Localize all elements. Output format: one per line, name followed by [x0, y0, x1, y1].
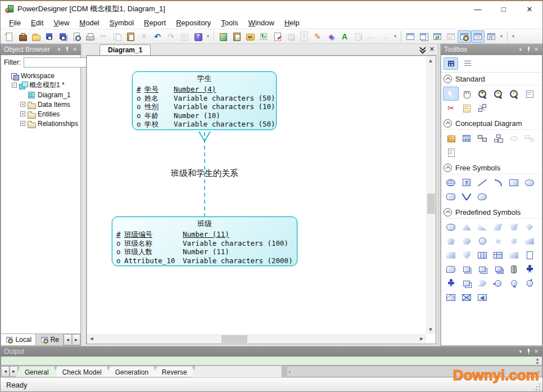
toolbar-button[interactable] [43, 30, 56, 43]
menu-view[interactable]: View [48, 17, 74, 28]
grid-view-icon[interactable] [444, 57, 458, 70]
canvas-horizontal-scrollbar[interactable]: ◄ ► [87, 334, 426, 343]
collapse-section-icon[interactable] [444, 208, 452, 217]
tree-expander-icon[interactable] [20, 92, 25, 97]
scroll-up-icon[interactable]: ▲ [426, 56, 435, 65]
toolbar-button[interactable] [230, 30, 243, 43]
toolbox-tool[interactable] [474, 290, 490, 304]
toolbar-button[interactable] [216, 30, 230, 43]
toolbar-overflow-icon[interactable]: ▾ [498, 31, 505, 42]
menu-tools[interactable]: Tools [216, 17, 243, 28]
tree-item[interactable]: Diagram_1 [1, 90, 80, 100]
output-tab-scroll-left-icon[interactable]: ◄ [1, 366, 10, 377]
entity-student[interactable]: 学生 # 学号 Number (4) o [132, 71, 277, 130]
tree-expander-icon[interactable]: + [20, 121, 25, 126]
section-predefined-symbols[interactable]: Predefined Symbols [441, 206, 542, 219]
output-tab[interactable]: General [16, 366, 58, 377]
toolbox-tool[interactable] [490, 175, 506, 190]
panel-pin-icon[interactable] [63, 46, 71, 53]
toolbox-tool[interactable] [474, 87, 490, 101]
panel-menu-dropdown-icon[interactable]: ▾ [517, 348, 524, 355]
toolbox-tool[interactable] [506, 175, 522, 190]
toolbox-tool[interactable] [459, 248, 474, 262]
toolbox-tool[interactable] [490, 220, 506, 234]
toolbox-tool[interactable] [474, 248, 490, 262]
scroll-left-icon[interactable]: ◄ [87, 334, 96, 343]
toolbox-tool[interactable] [459, 262, 474, 276]
toolbox-tool[interactable] [490, 248, 506, 262]
tree-item[interactable]: + Relationships [1, 119, 80, 128]
toolbox-tool[interactable] [443, 248, 459, 262]
tree-expander-icon[interactable] [3, 73, 8, 78]
toolbox-tool[interactable] [443, 175, 459, 190]
toolbox-tool[interactable] [522, 248, 537, 262]
toolbar-button[interactable] [257, 30, 270, 43]
toolbox-tool[interactable] [474, 220, 490, 234]
toolbox-tool[interactable] [443, 101, 459, 115]
menu-report[interactable]: Report [139, 17, 171, 28]
toolbox-tool[interactable] [474, 276, 490, 290]
section-free-symbols[interactable]: Free Symbols [441, 161, 542, 174]
toolbar-button[interactable] [458, 30, 471, 43]
toolbar-button[interactable] [124, 30, 137, 43]
toolbar-overflow-icon[interactable]: ▾ [392, 31, 399, 42]
toolbox-tool[interactable] [490, 234, 506, 248]
toolbox-tool[interactable] [474, 262, 490, 276]
toolbox-tool[interactable] [474, 131, 490, 145]
minimize-button[interactable]: — [465, 1, 491, 17]
output-tab[interactable]: Check Model [53, 366, 111, 377]
toolbar-overflow-icon[interactable]: ▾ [510, 31, 517, 42]
tab-repository[interactable]: Re [36, 334, 64, 345]
toolbar-button[interactable] [16, 30, 29, 43]
toolbox-tool[interactable] [522, 276, 537, 290]
toolbox-tool[interactable] [443, 87, 459, 101]
toolbar-button[interactable] [97, 30, 110, 43]
toolbox-tool[interactable] [506, 131, 522, 145]
tab-local[interactable]: Local [1, 334, 36, 345]
toolbar-button[interactable] [110, 30, 124, 43]
toolbar-button[interactable] [297, 30, 311, 43]
tree-expander-icon[interactable]: − [12, 83, 17, 88]
toolbar-button[interactable] [378, 30, 392, 43]
toolbar-button[interactable] [284, 30, 297, 43]
toolbar-button[interactable] [471, 30, 485, 43]
toolbox-tool[interactable] [490, 131, 506, 145]
toolbar-button[interactable] [29, 30, 43, 43]
toolbox-tool[interactable] [506, 234, 522, 248]
output-scroll-icons[interactable]: ▲▼ [533, 357, 541, 366]
toolbox-tool[interactable] [506, 276, 522, 290]
toolbar-button[interactable] [164, 30, 178, 43]
toolbar-button[interactable] [404, 30, 417, 43]
section-standard[interactable]: Standard [441, 73, 542, 85]
toolbar-button[interactable] [365, 30, 378, 43]
toolbar-button[interactable] [311, 30, 324, 43]
menu-symbol[interactable]: Symbol [105, 17, 139, 28]
toolbar-button[interactable] [431, 30, 444, 43]
toolbar-button[interactable] [485, 30, 498, 43]
panel-pin-icon[interactable] [524, 348, 532, 355]
toolbox-tool[interactable] [443, 262, 459, 276]
list-view-icon[interactable] [460, 57, 475, 70]
output-tab[interactable]: Generation [106, 366, 157, 377]
diagram-canvas[interactable]: 学生 # 学号 Number (4) o [87, 56, 426, 334]
toolbar-button[interactable] [151, 30, 164, 43]
toolbox-tool[interactable] [459, 175, 474, 190]
scroll-right-icon[interactable]: ► [417, 334, 426, 343]
toolbox-tool[interactable] [443, 290, 459, 304]
toolbox-tool[interactable] [490, 262, 506, 276]
toolbar-button[interactable] [324, 30, 338, 43]
tree-expander-icon[interactable]: + [20, 111, 25, 116]
scroll-down-icon[interactable]: ▼ [426, 325, 435, 334]
vertical-scroll-thumb[interactable] [427, 193, 435, 214]
panel-close-icon[interactable]: ✕ [532, 348, 540, 355]
toolbox-tool[interactable] [490, 87, 506, 101]
tree-expander-icon[interactable]: + [20, 102, 25, 107]
toolbar-button[interactable] [83, 30, 97, 43]
toolbox-tool[interactable] [459, 290, 474, 304]
toolbox-tool[interactable] [506, 262, 522, 276]
menu-file[interactable]: File [4, 17, 26, 28]
toolbox-tool[interactable] [443, 220, 459, 234]
toolbox-tool[interactable] [506, 220, 522, 234]
toolbox-tool[interactable] [459, 101, 474, 115]
toolbox-tool[interactable] [522, 131, 537, 145]
